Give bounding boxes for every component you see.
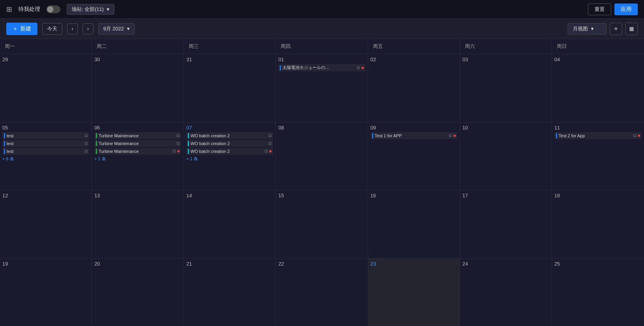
event-item[interactable]: test⊡ [2,140,89,147]
day-cell[interactable]: 12 [0,190,92,258]
day-cell[interactable]: 18 [552,190,644,258]
week-header: 周二 [92,39,184,54]
prev-button[interactable]: ‹ [67,23,78,34]
day-number: 19 [2,261,89,267]
event-type-icon: ⊡ [268,133,272,138]
day-cell[interactable]: 05test⊡test⊡test⊡+ 6 条 [0,122,92,190]
filter-bar-actions: 重置 应用 [588,4,638,15]
reset-button[interactable]: 重置 [588,4,611,15]
day-cell[interactable]: 04 [552,54,644,122]
day-cell[interactable]: 10 [460,122,552,190]
day-number: 10 [462,125,549,131]
day-cell[interactable]: 25 [552,259,644,326]
week-header: 周三 [184,39,276,54]
day-number: 23 [371,261,457,267]
event-item[interactable]: WO batch creation 2⊡ [186,140,273,147]
day-number: 11 [554,125,642,131]
view-label: 月视图 [573,25,588,32]
menu-icon-button[interactable]: ≡ [610,23,622,35]
new-button[interactable]: ＋ 新建 [6,23,37,35]
pending-label: 待我处理 [18,6,40,13]
calendar-icon-button[interactable]: ▦ [625,23,638,35]
event-type-icon: ⊡ [357,66,360,70]
day-cell[interactable]: 31 [184,54,276,122]
day-number: 22 [278,261,365,267]
day-cell[interactable]: 06Turbine Maintenance⊡Turbine Maintenanc… [92,122,184,190]
day-number: 21 [186,261,273,267]
apply-button[interactable]: 应用 [614,4,638,15]
day-cell[interactable]: 07WO batch creation 2⊡WO batch creation … [184,122,276,190]
day-cell[interactable]: 29 [0,54,92,122]
day-cell[interactable]: 22 [276,259,368,326]
day-cell[interactable]: 24 [460,259,552,326]
day-cell[interactable]: 08 [276,122,368,190]
day-cell[interactable]: 19 [0,259,92,326]
event-item[interactable]: Test 1 for APP⊡ [371,132,457,139]
day-cell[interactable]: 01太陽電池モジュールの...⊡ [276,54,368,122]
day-cell[interactable]: 16 [368,190,460,258]
day-cell[interactable]: 11Test 2 for App⊡ [552,122,644,190]
day-cell[interactable]: 03 [460,54,552,122]
pending-toggle[interactable] [46,5,60,13]
event-label: test [7,133,83,138]
day-number: 08 [278,125,365,131]
calendar-week-1: 05test⊡test⊡test⊡+ 6 条06Turbine Maintena… [0,122,644,191]
event-item[interactable]: Turbine Maintenance⊡ [94,148,181,155]
event-bar [96,141,97,146]
day-cell[interactable]: 23 [368,259,460,326]
calendar: 周一周二周三周四周五周六周日 29303101太陽電池モジュールの...⊡020… [0,39,644,326]
day-cell[interactable]: 09Test 1 for APP⊡ [368,122,460,190]
menu-icon: ≡ [614,26,618,32]
day-number: 06 [94,125,181,131]
event-bar [4,149,5,154]
event-dot [638,135,640,137]
chevron-down-icon: ▾ [107,6,109,12]
event-label: WO batch creation 2 [191,141,267,146]
event-type-icon: ⊡ [449,133,452,138]
event-bar [280,65,281,71]
event-item[interactable]: test⊡ [2,148,89,155]
day-number: 17 [462,193,549,198]
event-label: Test 1 for APP [375,133,447,138]
day-number: 16 [371,193,457,198]
event-item[interactable]: Turbine Maintenance⊡ [94,132,181,139]
event-item[interactable]: test⊡ [2,132,89,139]
site-selector[interactable]: 场站: 全部(11) ▾ [67,4,115,15]
more-events-link[interactable]: + 1 条 [186,156,273,162]
chevron-down-icon: ▾ [591,26,594,32]
event-item[interactable]: WO batch creation 2⊡ [186,148,273,155]
event-bar [556,133,557,138]
day-cell[interactable]: 15 [276,190,368,258]
day-cell[interactable]: 30 [92,54,184,122]
week-header: 周一 [0,39,92,54]
day-cell[interactable]: 02 [368,54,460,122]
event-label: WO batch creation 2 [191,133,267,138]
day-cell[interactable]: 20 [92,259,184,326]
week-header: 周六 [460,39,552,54]
day-cell[interactable]: 14 [184,190,276,258]
event-label: Turbine Maintenance [99,141,175,146]
event-bar [188,133,189,138]
day-cell[interactable]: 13 [92,190,184,258]
month-selector[interactable]: 9月 2022 ▾ [98,23,135,35]
event-dot [269,150,272,152]
event-bar [188,149,189,154]
view-selector[interactable]: 月视图 ▾ [568,23,607,35]
calendar-header: 周一周二周三周四周五周六周日 [0,39,644,54]
day-cell[interactable]: 17 [460,190,552,258]
day-cell[interactable]: 21 [184,259,276,326]
day-number: 15 [278,193,365,198]
today-button[interactable]: 今天 [42,23,62,35]
event-label: test [7,149,83,154]
day-number: 20 [94,261,181,267]
event-label: 太陽電池モジュールの... [282,65,355,71]
event-item[interactable]: Turbine Maintenance⊡ [94,140,181,147]
more-events-link[interactable]: + 1 条 [94,156,181,162]
event-item[interactable]: Test 2 for App⊡ [554,132,642,139]
event-item[interactable]: 太陽電池モジュールの...⊡ [278,64,365,71]
new-label: 新建 [20,25,31,32]
event-label: test [7,141,83,146]
more-events-link[interactable]: + 6 条 [2,156,89,162]
next-button[interactable]: › [83,23,94,34]
event-item[interactable]: WO batch creation 2⊡ [186,132,273,139]
